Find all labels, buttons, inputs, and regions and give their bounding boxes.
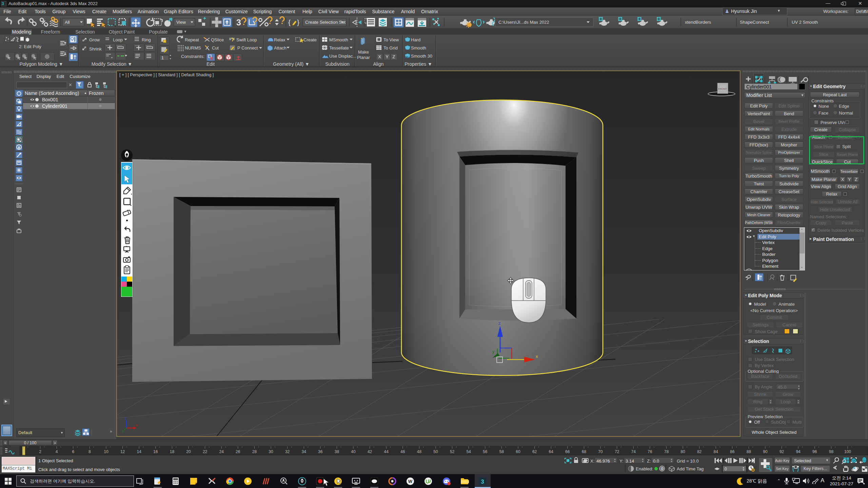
svg-text:Relax: Relax	[274, 37, 285, 42]
svg-text:3: 3	[236, 18, 241, 27]
svg-text:82: 82	[697, 449, 702, 454]
svg-text:Create: Create	[303, 37, 317, 42]
svg-text:94: 94	[796, 449, 801, 454]
svg-text:X: X	[378, 54, 381, 59]
svg-text:To View: To View	[383, 37, 399, 42]
svg-text:Make: Make	[358, 49, 369, 55]
svg-text:QSlice: QSlice	[211, 37, 224, 42]
svg-text:22: 22	[203, 449, 208, 454]
svg-text:Ring: Ring	[142, 37, 151, 42]
svg-text:2: 2	[39, 449, 41, 454]
svg-text:Hard: Hard	[411, 37, 420, 42]
svg-text:52: 52	[450, 449, 455, 454]
svg-text:}: }	[297, 18, 299, 26]
svg-text:All: All	[65, 20, 70, 25]
svg-text:Z: Z	[393, 54, 395, 59]
svg-text:44: 44	[384, 449, 389, 454]
svg-text:8: 8	[88, 449, 91, 454]
svg-text:62: 62	[532, 449, 537, 454]
svg-text:92: 92	[780, 449, 784, 454]
svg-text:88: 88	[747, 449, 751, 454]
svg-text:MSmooth: MSmooth	[329, 37, 348, 42]
svg-text:72: 72	[615, 449, 619, 454]
svg-text:18: 18	[170, 449, 175, 454]
svg-text:P Connect: P Connect	[237, 45, 258, 50]
svg-text:64: 64	[549, 449, 554, 454]
svg-text:NURMS: NURMS	[185, 45, 201, 50]
svg-text:70: 70	[598, 449, 603, 454]
svg-text:26: 26	[236, 449, 240, 454]
svg-text:C:\Users\JI...ds Max 2022: C:\Users\JI...ds Max 2022	[498, 20, 549, 25]
svg-text:2: Edit Poly: 2: Edit Poly	[19, 44, 41, 49]
svg-text:46: 46	[400, 449, 405, 454]
svg-text:56: 56	[483, 449, 488, 454]
svg-text:3: 3	[481, 479, 484, 485]
svg-text:Use Displac...: Use Displac...	[329, 54, 356, 59]
svg-text:Swift Loop: Swift Loop	[236, 37, 257, 42]
svg-text:Grow: Grow	[89, 37, 100, 42]
svg-text:74: 74	[631, 449, 636, 454]
svg-text:Loop: Loop	[113, 37, 123, 42]
svg-text:96: 96	[812, 449, 817, 454]
svg-text:16: 16	[153, 449, 158, 454]
svg-text:y: y	[492, 349, 494, 354]
svg-text:86: 86	[730, 449, 735, 454]
svg-text:58: 58	[499, 449, 504, 454]
svg-text:Smooth 30: Smooth 30	[411, 54, 432, 59]
svg-text:0: 0	[23, 449, 25, 454]
svg-text:12: 12	[120, 449, 125, 454]
svg-text:z: z	[125, 416, 127, 420]
svg-text:ShapeConnect: ShapeConnect	[740, 20, 769, 25]
svg-text:1: 1	[161, 56, 164, 60]
svg-text:Planar: Planar	[357, 55, 370, 60]
svg-text:76: 76	[648, 449, 652, 454]
svg-text:Polygon Modeling ▼: Polygon Modeling ▼	[19, 61, 63, 67]
svg-text:Constraints:: Constraints:	[181, 54, 204, 59]
svg-text:54: 54	[467, 449, 471, 454]
svg-text:50: 50	[433, 449, 438, 454]
svg-text:{: {	[288, 18, 291, 26]
svg-text:Smooth: Smooth	[411, 45, 426, 50]
svg-text:Align: Align	[373, 61, 383, 67]
svg-text:Subdivision: Subdivision	[325, 61, 350, 67]
svg-text:W: W	[408, 479, 413, 484]
svg-text:28: 28	[252, 449, 257, 454]
svg-text:48: 48	[417, 449, 422, 454]
svg-text:30: 30	[406, 56, 409, 59]
svg-text:60: 60	[516, 449, 520, 454]
svg-text:10: 10	[104, 449, 108, 454]
svg-text:x: x	[136, 423, 138, 427]
svg-text:14: 14	[137, 449, 142, 454]
svg-text:Modify Selection ▼: Modify Selection ▼	[92, 61, 132, 67]
svg-text:78: 78	[664, 449, 669, 454]
svg-text:68: 68	[582, 449, 587, 454]
svg-text:Tessellate: Tessellate	[329, 45, 349, 50]
svg-text:90: 90	[763, 449, 768, 454]
svg-text:42: 42	[368, 449, 372, 454]
svg-text:Edit: Edit	[206, 61, 215, 67]
svg-text:4: 4	[56, 449, 58, 454]
svg-text:20: 20	[186, 449, 191, 454]
svg-text:Cut: Cut	[212, 45, 219, 50]
svg-text:Properties ▼: Properties ▼	[405, 61, 432, 67]
svg-text:66: 66	[565, 449, 570, 454]
svg-text:80: 80	[680, 449, 685, 454]
svg-text:Shrink: Shrink	[89, 46, 102, 52]
svg-text:36: 36	[318, 449, 323, 454]
svg-text:View: View	[176, 20, 186, 25]
svg-text:38: 38	[335, 449, 339, 454]
svg-text:xtendBorders: xtendBorders	[685, 20, 711, 25]
svg-text:Geometry (All) ▼: Geometry (All) ▼	[273, 61, 310, 67]
svg-text:FRONT: FRONT	[718, 87, 727, 90]
svg-text:6: 6	[72, 449, 74, 454]
svg-text:z: z	[498, 321, 500, 326]
svg-text:UV 2 Smooth: UV 2 Smooth	[792, 20, 818, 25]
svg-text:Create Selection Set: Create Selection Set	[305, 20, 346, 25]
svg-text:Repeat: Repeat	[185, 37, 199, 42]
svg-text:32: 32	[285, 449, 290, 454]
svg-text:24: 24	[219, 449, 224, 454]
svg-text:34: 34	[302, 449, 307, 454]
svg-text:Attach: Attach	[274, 45, 287, 50]
svg-text:30: 30	[269, 449, 273, 454]
svg-text:100: 100	[844, 449, 851, 454]
